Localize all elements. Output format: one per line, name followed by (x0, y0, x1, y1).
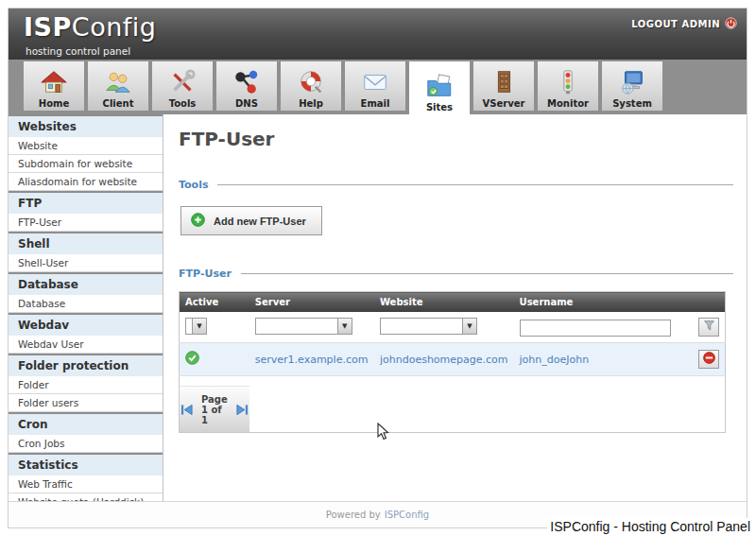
sidebar-section-ftp[interactable]: FTP (9, 191, 163, 214)
filter-row: ▼ ▼ ▼ (180, 312, 726, 343)
sidebar-section-statistics[interactable]: Statistics (9, 453, 163, 475)
table-header-row: Active Server Website Username (180, 292, 726, 313)
column-header-active: Active (180, 292, 249, 313)
server-filter-select[interactable]: ▼ (255, 318, 352, 335)
tab-label: Client (103, 98, 134, 109)
sidebar-section-cron[interactable]: Cron (9, 412, 163, 435)
spacer (179, 235, 733, 262)
website-link[interactable]: johndoeshomepage.com (380, 354, 508, 366)
sidebar-item-website[interactable]: Website (9, 137, 163, 155)
ftp-user-section-header: FTP-User (179, 268, 733, 280)
tab-label: VServer (483, 98, 525, 109)
client-icon (104, 66, 132, 98)
tab-label: DNS (235, 98, 258, 109)
tab-label: Sites (426, 102, 453, 112)
filter-cell-active: ▼ (180, 312, 249, 343)
website-filter-select[interactable]: ▼ (380, 318, 477, 335)
last-page-button[interactable] (235, 404, 249, 416)
divider-line (241, 273, 733, 274)
tab-label: Monitor (547, 98, 589, 109)
page-title: FTP-User (179, 128, 733, 150)
sidebar-section-shell[interactable]: Shell (9, 232, 163, 254)
tab-help[interactable]: Help (281, 61, 341, 111)
sidebar-item-web-traffic[interactable]: Web Traffic (9, 475, 163, 493)
tab-tools[interactable]: Tools (152, 61, 213, 111)
table-row: server1.example.com johndoeshomepage.com… (180, 343, 726, 376)
row-active-cell[interactable] (180, 343, 249, 376)
tab-home[interactable]: Home (24, 61, 84, 111)
delete-row-button[interactable] (698, 350, 719, 369)
sidebar-item-subdomain-for-website[interactable]: Subdomain for website (9, 155, 163, 173)
row-server-cell: server1.example.com (249, 343, 374, 376)
system-icon (618, 66, 646, 98)
main-nav: Home Client Tools DNS Help (9, 60, 747, 114)
logo-bold: ISP (24, 12, 72, 42)
app-header: ISPConfig hosting control panel LOGOUT A… (9, 9, 747, 60)
sidebar-item-database[interactable]: Database (9, 295, 163, 313)
tab-email[interactable]: Email (345, 61, 405, 111)
pagination: Page 1 of 1 (180, 394, 249, 425)
first-page-button[interactable] (180, 404, 194, 416)
tab-vserver[interactable]: VServer (473, 61, 534, 111)
username-link[interactable]: john_doeJohn (520, 354, 590, 366)
app-panel: ISPConfig hosting control panel LOGOUT A… (8, 8, 747, 528)
tab-label: Email (361, 98, 390, 109)
tab-label: Tools (169, 98, 197, 109)
sidebar-item-aliasdomain-for-website[interactable]: Aliasdomain for website (9, 173, 163, 191)
power-icon (725, 17, 737, 31)
sites-icon (425, 70, 454, 102)
filter-cell-username (514, 312, 689, 343)
tab-label: Help (299, 98, 323, 109)
tab-label: System (612, 98, 652, 109)
filter-cell-website: ▼ (374, 312, 514, 343)
logout-button[interactable]: LOGOUT ADMIN (631, 17, 737, 31)
tab-dns[interactable]: DNS (216, 61, 277, 111)
vserver-icon (490, 66, 518, 98)
delete-icon (703, 352, 715, 367)
sidebar-section-websites[interactable]: Websites (9, 114, 163, 137)
app-subtitle: hosting control panel (26, 45, 130, 57)
sidebar-section-database[interactable]: Database (9, 272, 163, 295)
tab-monitor[interactable]: Monitor (538, 61, 598, 111)
column-header-actions (688, 292, 725, 313)
pagination-cell: Page 1 of 1 (180, 386, 249, 432)
sidebar-item-folder-users[interactable]: Folder users (9, 394, 163, 412)
chevron-down-icon: ▼ (337, 319, 352, 334)
sidebar-section-folder-protection[interactable]: Folder protection (9, 354, 163, 376)
sidebar-item-folder[interactable]: Folder (9, 376, 163, 394)
chevron-down-icon: ▼ (192, 319, 206, 334)
window-title: ISPConfig - Hosting Control Panel (547, 518, 753, 535)
content-area: Websites Website Subdomain for website A… (9, 114, 747, 501)
sidebar-section-webdav[interactable]: Webdav (9, 313, 163, 336)
ftp-user-section-label: FTP-User (179, 268, 232, 280)
sidebar-item-ftp-user[interactable]: FTP-User (9, 214, 163, 232)
main-panel: FTP-User Tools Add new FTP-User FTP-User… (163, 114, 747, 501)
sidebar-item-cron-jobs[interactable]: Cron Jobs (9, 435, 163, 453)
home-icon (40, 66, 68, 98)
table-gap-row (180, 376, 726, 386)
tab-system[interactable]: System (602, 61, 662, 111)
server-link[interactable]: server1.example.com (255, 354, 369, 366)
ispconfig-link[interactable]: ISPConfig (385, 510, 429, 520)
username-filter-input[interactable] (520, 320, 671, 337)
sidebar: Websites Website Subdomain for website A… (9, 114, 163, 501)
add-new-ftp-user-button[interactable]: Add new FTP-User (180, 206, 322, 235)
row-username-cell: john_doeJohn (514, 343, 689, 376)
app-logo: ISPConfig (24, 12, 156, 42)
apply-filter-button[interactable] (698, 318, 719, 337)
active-filter-select[interactable]: ▼ (185, 318, 207, 335)
column-header-server: Server (249, 292, 374, 313)
tab-sites[interactable]: Sites (409, 61, 470, 114)
filter-funnel-icon (703, 320, 715, 335)
logout-label: LOGOUT ADMIN (631, 19, 720, 29)
pagination-row: Page 1 of 1 (180, 386, 726, 433)
sidebar-item-webdav-user[interactable]: Webdav User (9, 336, 163, 354)
help-icon (297, 66, 325, 98)
tab-label: Home (39, 98, 69, 109)
tab-client[interactable]: Client (88, 61, 148, 111)
add-button-label: Add new FTP-User (214, 216, 306, 227)
sidebar-item-shell-user[interactable]: Shell-User (9, 254, 163, 272)
tools-section-label: Tools (179, 179, 208, 191)
filter-cell-actions (688, 312, 725, 343)
logo-rest: Config (72, 12, 157, 42)
